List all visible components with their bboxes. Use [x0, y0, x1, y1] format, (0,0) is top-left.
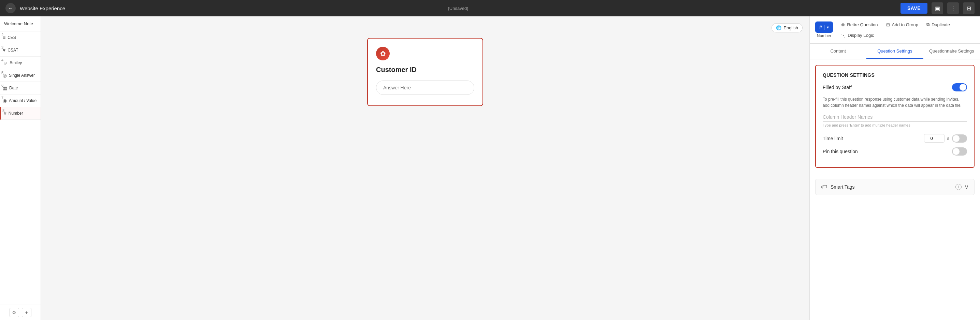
- survey-card: ✿ Customer ID: [367, 38, 483, 106]
- retire-question-button[interactable]: ⊗ Retire Question: [838, 21, 880, 29]
- duplicate-label: Duplicate: [932, 22, 950, 27]
- smart-tags-info-icon[interactable]: i: [955, 184, 962, 190]
- sidebar-item-label-number: Number: [8, 111, 23, 116]
- survey-answer-input[interactable]: [376, 81, 474, 95]
- smart-tags-row[interactable]: 🏷 Smart Tags i ∨: [815, 179, 975, 195]
- type-separator: ▾: [827, 25, 829, 30]
- panel-tabs: Content Question Settings Questionnaire …: [810, 44, 980, 59]
- time-limit-toggle[interactable]: [952, 134, 967, 143]
- filled-by-staff-toggle[interactable]: [952, 83, 967, 91]
- smart-tags-right: i ∨: [955, 183, 969, 191]
- right-panel: # | ▾ Number ⊗ Retire Question ⊞ Add to …: [810, 16, 980, 320]
- column-header-input[interactable]: [823, 114, 967, 120]
- time-limit-row: Time limit s: [823, 134, 967, 143]
- sidebar-item-label-ces: CES: [8, 35, 16, 40]
- sidebar-item-num-6: 6: [2, 83, 3, 88]
- panel-toolbar: # | ▾ Number ⊗ Retire Question ⊞ Add to …: [810, 16, 980, 44]
- time-limit-input[interactable]: [924, 134, 945, 143]
- retire-label: Retire Question: [847, 22, 878, 27]
- sidebar-item-num-2: 2: [2, 33, 3, 37]
- number-hash-icon: #: [819, 24, 822, 30]
- add-group-icon: ⊞: [886, 22, 890, 27]
- add-to-group-button[interactable]: ⊞ Add to Group: [883, 21, 921, 29]
- survey-logo: ✿: [376, 47, 390, 60]
- canvas-area: 🌐 English ✿ Customer ID: [41, 16, 810, 320]
- add-group-label: Add to Group: [892, 22, 918, 27]
- sidebar-add-btn[interactable]: +: [22, 308, 32, 317]
- sidebar-bottom-actions: ⚙ +: [0, 305, 41, 320]
- duplicate-icon: ⧉: [926, 22, 929, 27]
- sidebar-item-label-smiley: Smiley: [10, 60, 22, 65]
- filled-by-staff-description: To pre-fill this question response using…: [823, 96, 967, 108]
- sidebar-item-num-7: 7: [2, 96, 3, 100]
- sidebar-item-ces[interactable]: 2 ≡ CES: [0, 31, 41, 44]
- sidebar-item-label-single-answer: Single Answer: [9, 73, 35, 78]
- sidebar-item-number[interactable]: 8 # Number: [0, 107, 41, 120]
- retire-icon: ⊗: [841, 22, 845, 27]
- display-logic-button[interactable]: ⋱ Display Logic: [838, 31, 877, 39]
- sidebar-item-date[interactable]: 6 ▦ Date: [0, 82, 41, 94]
- pin-question-label: Pin this question: [823, 149, 858, 154]
- question-type-button[interactable]: # | ▾: [815, 21, 833, 33]
- column-header-input-area: [823, 114, 967, 122]
- sidebar-item-csat[interactable]: 3 ♥ CSAT: [0, 44, 41, 57]
- smiley-icon: ☺: [3, 60, 8, 65]
- question-settings-section: QUESTION SETTINGS Filled by Staff To pre…: [815, 65, 975, 168]
- qs-section-title: QUESTION SETTINGS: [823, 72, 967, 78]
- pin-question-row: Pin this question: [823, 147, 967, 156]
- save-button[interactable]: SAVE: [900, 3, 928, 14]
- lang-label: English: [783, 25, 798, 30]
- unsaved-label: (Unsaved): [448, 6, 468, 11]
- time-limit-label: Time limit: [823, 136, 924, 141]
- display-logic-label: Display Logic: [848, 33, 874, 38]
- sidebar: Welcome Note 2 ≡ CES 3 ♥ CSAT 4 ☺ Smiley…: [0, 16, 41, 320]
- survey-title: Customer ID: [376, 66, 474, 74]
- canvas-toolbar: 🌐 English: [48, 23, 803, 32]
- sidebar-item-label-csat: CSAT: [8, 48, 18, 53]
- smart-tags-left: 🏷 Smart Tags: [821, 183, 855, 191]
- sidebar-item-num-8: 8: [2, 108, 5, 113]
- sidebar-item-num-5: 5: [2, 71, 3, 75]
- sidebar-item-label-amount: Amount / Value: [9, 98, 37, 103]
- duplicate-button[interactable]: ⧉ Duplicate: [924, 21, 953, 29]
- sidebar-welcome: Welcome Note: [0, 16, 41, 31]
- topbar: ← Website Experience (Unsaved) SAVE ▣ ⋮ …: [0, 0, 980, 16]
- sidebar-item-amount-value[interactable]: 7 ◉ Amount / Value: [0, 94, 41, 107]
- language-selector[interactable]: 🌐 English: [772, 23, 803, 32]
- time-limit-unit: s: [947, 136, 950, 141]
- smart-tags-icon: 🏷: [821, 183, 827, 191]
- question-type-label: Number: [817, 33, 832, 38]
- tab-question-settings[interactable]: Question Settings: [866, 44, 923, 59]
- main-layout: Welcome Note 2 ≡ CES 3 ♥ CSAT 4 ☺ Smiley…: [0, 16, 980, 320]
- page-title: Website Experience: [20, 5, 444, 11]
- sidebar-item-num-4: 4: [2, 58, 3, 62]
- hierarchy-button[interactable]: ⊞: [963, 2, 975, 14]
- sidebar-settings-btn[interactable]: ⚙: [10, 308, 19, 317]
- sidebar-item-smiley[interactable]: 4 ☺ Smiley: [0, 57, 41, 69]
- filled-by-staff-label: Filled by Staff: [823, 84, 852, 90]
- display-logic-icon: ⋱: [841, 33, 846, 38]
- sidebar-item-label-date: Date: [9, 86, 18, 91]
- smart-tags-expand-icon[interactable]: ∨: [964, 183, 969, 191]
- filled-by-staff-row: Filled by Staff: [823, 83, 967, 91]
- smart-tags-label: Smart Tags: [830, 184, 855, 190]
- sidebar-item-single-answer[interactable]: 5 ◎ Single Answer: [0, 69, 41, 82]
- back-button[interactable]: ←: [5, 3, 16, 13]
- tab-content[interactable]: Content: [810, 44, 866, 59]
- desktop-view-button[interactable]: ▣: [932, 2, 943, 14]
- tab-questionnaire-settings[interactable]: Questionnaire Settings: [923, 44, 980, 59]
- column-header-hint: Type and press 'Enter' to add multiple h…: [823, 123, 967, 127]
- pin-question-toggle[interactable]: [952, 147, 967, 156]
- lang-globe-icon: 🌐: [776, 25, 781, 30]
- more-options-button[interactable]: ⋮: [947, 2, 959, 14]
- sidebar-item-num-3: 3: [2, 45, 3, 49]
- logo-icon: ✿: [380, 49, 386, 58]
